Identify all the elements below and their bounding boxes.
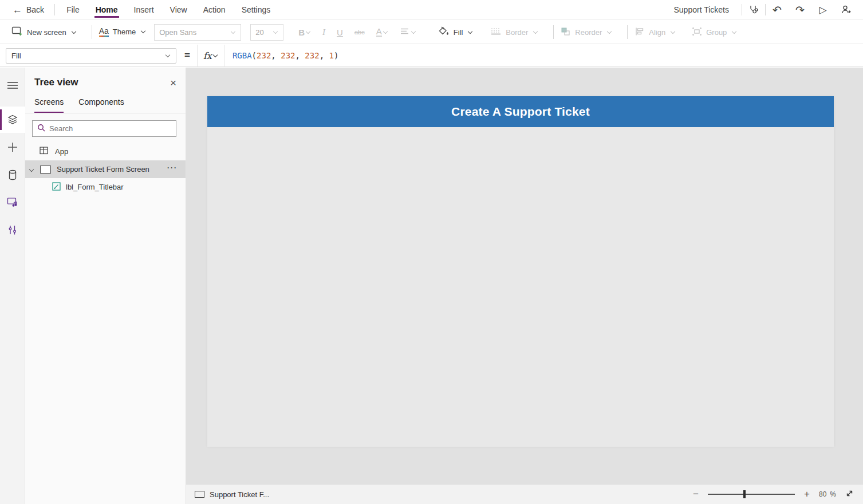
group-button[interactable]: Group [692,27,737,38]
undo-icon: ↶ [773,3,782,17]
rail-item-data[interactable] [0,162,25,188]
tree-item-label-control[interactable]: lbl_Form_Titlebar [25,178,186,196]
italic-button[interactable]: I [322,27,325,37]
hamburger-menu-button[interactable] [0,72,25,99]
back-button[interactable]: ← Back [0,5,54,15]
text-align-button[interactable] [400,27,416,37]
undo-button[interactable]: ↶ [766,1,789,18]
zoom-slider-handle[interactable] [743,490,746,498]
form-title-text: Create A Support Ticket [451,105,590,119]
theme-button[interactable]: Aa Theme [99,27,147,37]
chevron-down-icon [411,29,415,33]
zoom-in-button[interactable]: + [804,489,810,500]
property-selector[interactable]: Fill [6,48,176,64]
chevron-down-icon [306,29,310,33]
tree-view-tabs: Screens Components [25,97,186,113]
screen-icon [40,166,51,174]
database-icon [7,170,18,180]
menu-item-action[interactable]: Action [195,0,234,19]
reorder-icon [561,27,571,38]
font-family-select[interactable]: Open Sans [154,24,241,41]
menu-item-home[interactable]: Home [88,0,126,19]
font-size-select[interactable]: 20 [250,24,283,41]
chevron-down-icon [468,29,472,33]
tree-item-screen[interactable]: Support Ticket Form Screen ··· [25,160,186,178]
form-titlebar-label[interactable]: Create A Support Ticket [207,96,834,127]
border-button[interactable]: Border [490,27,538,37]
main-content: Tree view × Screens Components App [0,68,863,504]
rail-item-insert[interactable] [0,134,25,160]
strikethrough-button[interactable]: abc [354,29,365,36]
back-arrow-icon: ← [13,5,22,15]
tree-search-box[interactable] [32,120,176,137]
rail-item-tree-view[interactable] [0,107,25,133]
search-input[interactable] [49,124,171,133]
media-icon [7,197,18,207]
tools-icon [8,225,17,235]
chevron-down-icon [141,29,145,33]
rail-item-advanced-tools[interactable] [0,216,25,243]
fit-to-window-button[interactable] [845,489,854,499]
zoom-slider-track [708,494,795,495]
reorder-button[interactable]: Reorder [561,27,612,38]
chevron-down-icon [71,29,76,33]
toolbar-divider [627,25,628,39]
zoom-slider[interactable] [708,490,795,498]
app-canvas[interactable]: Create A Support Ticket [207,96,834,447]
font-color-icon: A [376,27,382,38]
preview-app-button[interactable]: ▷ [811,1,834,18]
tree-item-app[interactable]: App [25,143,186,160]
italic-icon: I [322,27,325,37]
align-button[interactable]: Align [635,27,676,38]
chevron-down-icon [671,29,675,33]
close-panel-button[interactable]: × [170,77,176,88]
chevron-down-icon[interactable] [29,167,34,171]
font-color-button[interactable]: A [376,27,388,38]
new-screen-icon [11,26,23,38]
label-control-icon [52,182,61,192]
equals-sign: = [184,50,190,61]
formula-input[interactable]: RGBA(232, 232, 232, 1) [224,51,863,60]
align-objects-icon [635,27,645,38]
tab-screens[interactable]: Screens [34,97,64,113]
ribbon-toolbar: New screen Aa Theme Open Sans 20 B I U a… [0,21,863,44]
formula-bar: Fill = fx RGBA(232, 232, 232, 1) [0,45,863,67]
menu-item-view[interactable]: View [162,0,195,19]
zoom-out-button[interactable]: − [693,489,699,500]
fx-dropdown[interactable]: fx [197,45,224,66]
underline-button[interactable]: U [337,27,343,37]
menu-item-file[interactable]: File [58,0,88,19]
tab-components[interactable]: Components [78,97,124,113]
chevron-down-icon [165,52,170,57]
fx-icon: fx [203,50,212,61]
app-name: Support Tickets [674,5,730,14]
zoom-percentage: 80 % [819,490,836,498]
chevron-down-icon [732,29,736,33]
fill-button[interactable]: Fill [438,26,474,38]
status-bar: Support Ticket F... − + 80 % [186,484,863,504]
more-actions-button[interactable]: ··· [167,164,178,172]
bold-button[interactable]: B [298,27,311,37]
menu-item-insert[interactable]: Insert [126,0,162,19]
border-icon [490,27,502,37]
play-icon: ▷ [819,4,826,16]
underline-icon: U [337,27,343,37]
text-align-icon [400,27,410,37]
screen-icon [195,491,204,498]
redo-button[interactable]: ↷ [789,1,811,18]
chevron-down-icon [213,52,218,57]
group-icon [692,27,702,38]
menubar-divider [54,4,55,15]
current-screen-indicator[interactable]: Support Ticket F... [195,490,269,499]
rail-item-media[interactable] [0,189,25,215]
plus-icon [7,142,18,152]
menu-item-settings[interactable]: Settings [234,0,279,19]
strikethrough-icon: abc [354,29,365,36]
top-menu-bar: ← Back File Home Insert View Action Sett… [0,0,863,20]
new-screen-button[interactable]: New screen [11,26,77,38]
menu-items: File Home Insert View Action Settings [58,0,278,19]
chevron-down-icon [533,29,538,33]
share-app-button[interactable] [834,1,857,18]
tree-view-title: Tree view [34,77,78,88]
app-checker-button[interactable] [742,1,765,18]
